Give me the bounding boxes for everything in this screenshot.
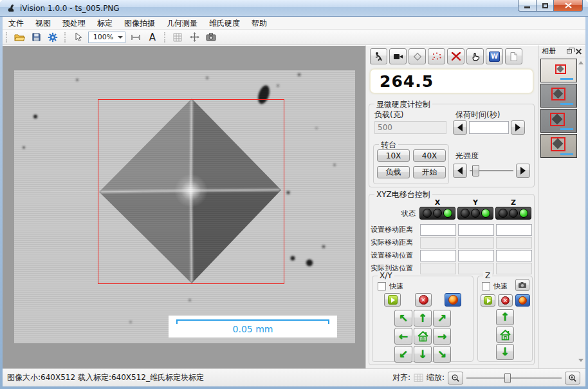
align-grid-icon[interactable]	[414, 374, 423, 382]
move-tool-button[interactable]	[187, 30, 202, 44]
z-fast-checkbox[interactable]	[482, 282, 490, 290]
thumbnail-4[interactable]	[540, 134, 577, 158]
xy-fast-checkbox[interactable]	[378, 282, 386, 290]
thumbnail-1[interactable]	[540, 59, 577, 82]
arrow-up-icon: ↑	[501, 312, 510, 323]
z-home-button[interactable]	[496, 327, 514, 343]
new-page-button[interactable]	[505, 48, 522, 64]
set-move-position-y-input[interactable]	[458, 250, 494, 261]
tester-button[interactable]	[370, 48, 387, 64]
menu-bar: 文件 视图 预处理 标定 图像拍摄 几何测量 维氏硬度 帮助	[3, 17, 585, 30]
maximize-button[interactable]	[537, 0, 554, 12]
save-button[interactable]	[28, 30, 44, 44]
thumbnail-2[interactable]	[540, 84, 577, 108]
measure-tool-button[interactable]	[128, 30, 143, 44]
set-move-position-z-input[interactable]	[496, 250, 532, 261]
image-viewport[interactable]: 0.05 mm	[3, 45, 365, 368]
grid-tool-button[interactable]	[170, 30, 185, 44]
points-button[interactable]	[428, 48, 445, 64]
hold-time-decrease-button[interactable]	[453, 120, 467, 135]
slider-thumb[interactable]	[472, 165, 479, 176]
jog-up-right-button[interactable]: ↗	[433, 310, 451, 327]
main-toolbar: 100% A	[3, 30, 585, 45]
jog-right-button[interactable]: →	[433, 328, 451, 345]
menu-preprocess[interactable]: 预处理	[57, 17, 91, 30]
open-button[interactable]	[12, 30, 27, 44]
set-move-position-x-input[interactable]	[420, 250, 456, 261]
camera-tool-button[interactable]	[203, 30, 219, 44]
camera-icon	[206, 33, 216, 41]
xy-jog-group: X/Y 快速 ↖ ↑ ↗ ←	[372, 276, 473, 362]
reset-icon	[519, 296, 527, 305]
cursor-tool-button[interactable]	[70, 30, 86, 44]
scatter-points-icon	[431, 52, 442, 61]
light-intensity-slider[interactable]	[470, 164, 513, 177]
zoom-out-button[interactable]	[448, 372, 463, 384]
menu-file[interactable]: 文件	[3, 17, 30, 30]
toolbar-grip	[164, 32, 167, 43]
word-report-button[interactable]: W	[486, 48, 503, 64]
jog-left-button[interactable]: ←	[394, 328, 412, 345]
jog-down-left-button[interactable]: ↙	[394, 346, 412, 363]
view-zoom-slider[interactable]	[466, 372, 562, 384]
zoom-in-icon	[568, 374, 577, 383]
load-button[interactable]: 负载	[377, 166, 410, 178]
light-decrease-button[interactable]	[453, 164, 467, 178]
jog-up-button[interactable]: ↑	[414, 310, 432, 327]
manual-point-button[interactable]	[466, 48, 484, 64]
caliper-icon	[131, 33, 141, 42]
measurement-roi[interactable]	[98, 99, 284, 284]
minimize-button[interactable]	[518, 0, 537, 12]
menu-view[interactable]: 视图	[30, 17, 57, 30]
save-icon	[32, 32, 41, 42]
set-move-distance-z-input[interactable]	[496, 224, 532, 236]
toolbar-grip	[6, 32, 8, 43]
jog-down-button[interactable]: ↓	[414, 346, 432, 363]
stop-icon	[501, 296, 510, 305]
set-move-distance-x-input[interactable]	[420, 224, 456, 236]
slider-thumb[interactable]	[504, 373, 511, 383]
z-camera-button[interactable]	[515, 279, 529, 291]
start-button[interactable]: 开始	[413, 166, 446, 178]
objective-40x-button[interactable]: 40X	[413, 149, 446, 162]
delete-button[interactable]	[447, 48, 464, 64]
set-move-distance-y-input[interactable]	[458, 224, 494, 236]
zoom-in-button[interactable]	[565, 372, 580, 384]
minimize-icon	[524, 6, 530, 8]
menu-capture[interactable]: 图像拍摄	[118, 17, 161, 30]
album-header: 相册	[538, 46, 585, 57]
xy-run-button[interactable]	[384, 293, 401, 307]
hold-time-input[interactable]	[469, 121, 509, 134]
microscope-image[interactable]: 0.05 mm	[14, 70, 355, 343]
xy-reset-button[interactable]	[445, 293, 461, 307]
z-down-button[interactable]: ↓	[496, 344, 514, 360]
led-green-icon	[481, 209, 490, 218]
objective-10x-button[interactable]: 10X	[377, 149, 410, 162]
menu-geometry[interactable]: 几何测量	[161, 17, 203, 30]
z-reset-button[interactable]	[515, 294, 530, 307]
zoom-combo[interactable]: 100%	[88, 32, 125, 43]
z-stop-button[interactable]	[498, 294, 513, 307]
video-capture-button[interactable]	[389, 48, 407, 64]
album-close-button[interactable]	[576, 48, 582, 54]
jog-up-left-button[interactable]: ↖	[394, 310, 412, 327]
hold-time-increase-button[interactable]	[511, 120, 525, 135]
jog-down-right-button[interactable]: ↘	[433, 346, 451, 363]
settings-button[interactable]	[45, 30, 60, 44]
close-button[interactable]	[554, 0, 583, 12]
z-up-button[interactable]: ↑	[496, 309, 514, 325]
album-scroll-down-icon[interactable]	[578, 359, 583, 362]
z-run-button[interactable]	[481, 294, 495, 307]
float-panel-button[interactable]	[567, 49, 572, 53]
menu-help[interactable]: 帮助	[246, 17, 273, 30]
thumbnail-3[interactable]	[540, 109, 577, 133]
jog-home-button[interactable]	[414, 328, 432, 345]
light-increase-button[interactable]	[516, 164, 530, 178]
load-input[interactable]	[374, 121, 446, 134]
diamond-select-button[interactable]	[409, 48, 426, 64]
album-scroll-up-icon[interactable]	[578, 61, 583, 64]
text-tool-button[interactable]: A	[145, 30, 160, 44]
menu-calibration[interactable]: 标定	[91, 17, 118, 30]
menu-vickers[interactable]: 维氏硬度	[203, 17, 246, 30]
xy-stop-button[interactable]	[415, 293, 432, 307]
